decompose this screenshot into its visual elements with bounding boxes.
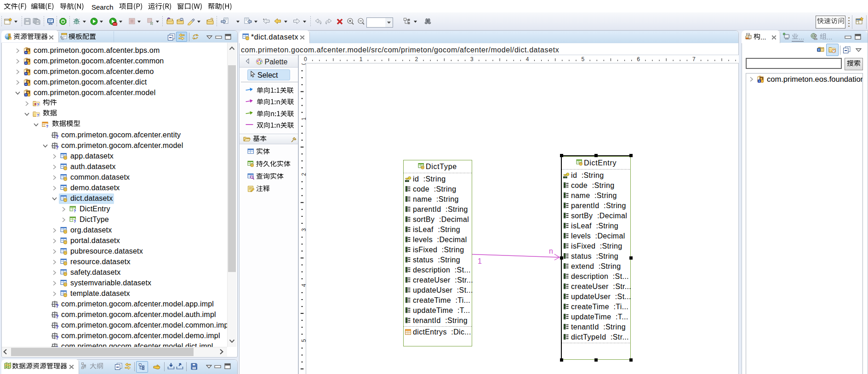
svg-text:?: ? — [74, 209, 76, 213]
svg-text:4: 4 — [526, 56, 529, 62]
svg-text:?: ? — [37, 113, 39, 118]
svg-text:?: ? — [46, 124, 48, 128]
svg-text:?: ? — [56, 335, 58, 340]
svg-text:1: 1 — [360, 56, 363, 62]
svg-text:?: ? — [56, 134, 58, 139]
svg-text:3: 3 — [470, 56, 474, 62]
svg-text:?: ? — [56, 324, 58, 329]
svg-text:4: 4 — [301, 283, 306, 287]
svg-text:?: ? — [74, 219, 76, 223]
svg-text:6: 6 — [637, 56, 640, 62]
svg-text:7: 7 — [692, 56, 696, 62]
svg-text:3: 3 — [301, 228, 306, 231]
svg-text:?: ? — [56, 145, 58, 149]
svg-text:?: ? — [56, 314, 58, 318]
svg-text:5: 5 — [301, 339, 306, 342]
svg-text:2: 2 — [301, 173, 306, 176]
svg-text:5: 5 — [582, 56, 585, 62]
svg-text:0: 0 — [304, 56, 307, 62]
svg-text:?: ? — [37, 102, 39, 107]
svg-text:0: 0 — [301, 63, 306, 65]
svg-text:?: ? — [56, 303, 58, 308]
svg-text:2: 2 — [415, 56, 418, 62]
svg-text:1: 1 — [301, 117, 306, 120]
